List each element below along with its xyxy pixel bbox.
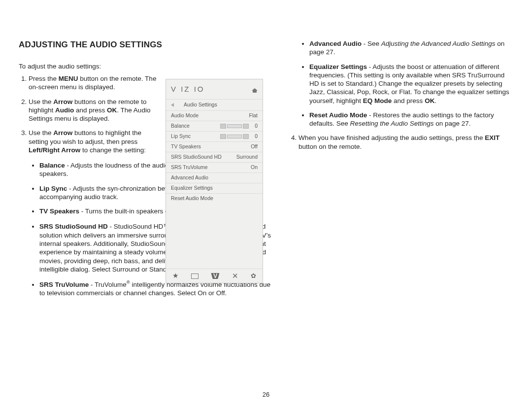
br-reset-ital: Resetting the Audio Settings [350,120,434,127]
tv-row-label: TV Speakers [171,143,201,150]
tv-row-label: Equalizer Settings [171,185,213,191]
tv-row-label: SRS StudioSound HD [171,154,222,160]
s2d: Audio [55,106,74,114]
s4a: When you have finished adjusting the aud… [299,134,485,141]
s4c: button on the remote. [299,143,362,150]
tv-row-value: Flat [249,112,258,119]
tv-row: Equalizer Settings [166,183,263,194]
tv-row: Advanced Audio [166,173,263,183]
br-reset-rest: on page 27. [433,120,470,127]
br-eq-ok: OK [425,97,434,104]
right-bullets: Advanced Audio - See Adjusting the Advan… [289,39,510,128]
home-icon [252,86,258,92]
minus-icon [220,134,226,139]
step-4: When you have finished adjusting the aud… [299,134,510,151]
slider-bar [227,135,242,138]
minus-icon [220,124,226,129]
intro-text: To adjust the audio settings: [19,62,268,70]
tv-menu-screenshot: V IZ IO Audio Settings Audio ModeFlatBal… [166,79,263,283]
tv-rows: Audio ModeFlatBalance0Lip Sync0TV Speake… [166,111,263,204]
tv-row-value: 0 [255,133,258,139]
tv-row-label: Lip Sync [171,133,191,139]
plus-icon [243,134,249,139]
br-eq-name: Equalizer Settings [309,63,367,70]
tv-row: Balance0 [166,121,263,132]
tv-row-label: Audio Mode [171,112,199,119]
tv-breadcrumb: Audio Settings [166,99,263,111]
vizio-v-icon: V [211,273,219,279]
bullet-reset-audio: Reset Audio Mode - Restores the audio se… [309,111,510,128]
tv-row: Lip Sync0 [166,132,263,142]
bullet-equalizer: Equalizer Settings - Adjusts the boost o… [309,63,510,105]
br-adv-see: - See [362,40,381,47]
plus-icon [243,124,249,129]
tv-row-label: Advanced Audio [171,174,208,181]
s2a: Use the [29,98,53,105]
br-adv-ital: Adjusting the Advanced Audio Settings [381,40,496,47]
tv-slider: 0 [220,123,258,129]
bl-tvspk-name: TV Speakers [39,207,79,215]
s4b: EXIT [485,134,499,141]
section-title: ADJUSTING THE AUDIO SETTINGS [19,39,268,50]
tv-slider: 0 [220,133,258,139]
tv-crumb-label: Audio Settings [184,102,217,108]
tv-row: Reset Audio Mode [166,194,263,204]
steps-continued: When you have finished adjusting the aud… [289,134,510,151]
tv-row-label: Balance [171,123,190,129]
vizio-logo: V IZ IO [171,84,205,94]
bl-balance-name: Balance [39,162,65,169]
tv-row-label: Reset Audio Mode [171,195,213,202]
tv-footer: ★ V ✕ ✿ [166,269,263,283]
tv-row-value: Off [251,143,258,150]
close-icon: ✕ [232,271,238,280]
br-adv-name: Advanced Audio [309,40,362,47]
s3e: to change the setting: [80,146,146,154]
tv-row-value: Surround [236,154,258,160]
s2b: Arrow [53,98,72,105]
br-eq-mode: EQ Mode [363,97,392,104]
bl-truvol-dash: - TruVolume [89,281,127,288]
back-icon [171,103,174,107]
tv-row: TV SpeakersOff [166,142,263,152]
s3d: Left/Right Arrow [29,146,80,154]
bullet-advanced-audio: Advanced Audio - See Adjusting the Advan… [309,39,510,57]
registered-mark: ® [127,279,130,285]
s2e: and press [74,106,107,114]
br-reset-name: Reset Audio Mode [309,111,367,119]
star-icon: ★ [172,272,179,280]
tv-empty-area [166,204,263,269]
s2f: OK [107,106,117,114]
s3b: Arrow [53,129,72,137]
bl-srshd-name: SRS StudioSound HD [39,223,108,230]
bl-truvol-name: SRS TruVolume [39,281,89,288]
bl-lipsync-name: Lip Sync [39,185,67,192]
slider-bar [227,124,242,128]
s3a: Use the [29,129,53,137]
tv-row: Audio ModeFlat [166,111,263,121]
tv-row-value: On [251,164,258,171]
tv-row-value: 0 [255,123,258,129]
step1-menu: MENU [59,75,78,82]
gear-icon: ✿ [251,272,256,280]
br-eq-and: and press [392,97,425,104]
br-eq-dot: . [434,97,436,104]
tv-row-label: SRS TruVolume [171,164,208,171]
tv-row: SRS TruVolumeOn [166,163,263,173]
wide-icon [191,274,199,279]
step1-pre: Press the [29,75,59,82]
tv-row: SRS StudioSound HDSurround [166,152,263,163]
page-number: 26 [0,391,532,399]
